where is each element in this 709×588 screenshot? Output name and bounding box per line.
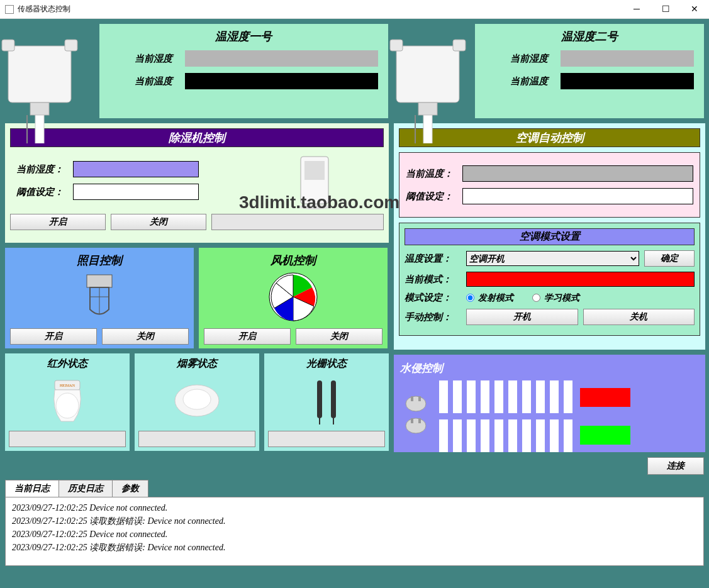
ac-tempset-label: 温度设置：	[405, 253, 461, 265]
dehum-close-button[interactable]: 关闭	[111, 214, 206, 230]
svg-rect-0	[8, 46, 71, 103]
grating-title: 光栅状态	[268, 357, 385, 370]
ac-off-button[interactable]: 关机	[583, 309, 695, 325]
svg-rect-33	[418, 418, 421, 423]
smoke-panel: 烟雾状态	[135, 353, 259, 451]
svg-rect-30	[418, 396, 421, 401]
th2-humidity-label: 当前湿度	[485, 53, 548, 65]
smoke-status-bar	[138, 431, 255, 447]
ac-panel: 空调自动控制 当前温度： 阈值设定： 空调模式设置 温度设置：	[394, 123, 705, 350]
water-bars-row1	[439, 380, 572, 413]
water-panel: 水侵控制	[394, 355, 705, 452]
fan-title: 风机控制	[204, 253, 382, 268]
svg-rect-9	[418, 103, 437, 115]
light-open-button[interactable]: 开启	[10, 328, 97, 345]
ir-sensor-icon: HEIMAN	[45, 377, 89, 424]
light-close-button[interactable]: 关闭	[102, 328, 189, 345]
ac-temp-value	[462, 165, 693, 182]
maximize-button[interactable]: ☐	[651, 0, 680, 19]
ac-modeset-label: 模式设定：	[405, 292, 461, 304]
smoke-sensor-icon	[172, 382, 222, 419]
log-line: 2023/09/27-12:02:25 Device not connected…	[12, 528, 697, 541]
ac-curmode-label: 当前模式：	[405, 274, 461, 286]
svg-rect-8	[453, 40, 466, 51]
svg-rect-25	[331, 380, 336, 418]
th1-humidity-value	[185, 50, 378, 67]
tab-params[interactable]: 参数	[112, 480, 148, 497]
th2-temp-label: 当前温度	[485, 75, 548, 87]
th1-temp-label: 当前温度	[109, 75, 172, 87]
dehum-threshold-input[interactable]	[73, 184, 199, 200]
svg-point-21	[56, 393, 79, 418]
dehum-open-button[interactable]: 开启	[10, 214, 106, 230]
ac-confirm-button[interactable]: 确定	[644, 250, 695, 267]
svg-point-23	[183, 389, 211, 409]
th2-temp-value	[561, 73, 694, 89]
water-title: 水侵控制	[400, 361, 699, 375]
svg-text:HEIMAN: HEIMAN	[60, 384, 75, 387]
window-title: 传感器状态控制	[18, 4, 70, 14]
svg-rect-2	[65, 40, 77, 51]
svg-rect-13	[304, 161, 325, 180]
dehum-threshold-label: 阈值设定：	[16, 186, 73, 198]
sensor2-icon	[387, 30, 469, 143]
water-indicator-red	[580, 388, 630, 407]
ir-title: 红外状态	[9, 357, 126, 370]
ac-radio-learn[interactable]: 学习模式	[532, 292, 579, 304]
water-bars-row2	[439, 419, 572, 452]
minimize-button[interactable]: ─	[622, 0, 651, 19]
light-panel: 照目控制 开启 关闭	[5, 248, 194, 348]
grating-sensor-icon	[311, 375, 342, 426]
th2-title: 温湿度二号	[485, 29, 694, 44]
svg-point-28	[406, 396, 426, 411]
svg-point-31	[406, 418, 426, 433]
log-line: 2023/09/27-12:02:25 读取数据错误: Device not c…	[12, 514, 697, 528]
ac-tempset-select[interactable]: 空调开机	[466, 251, 639, 266]
connect-button[interactable]: 连接	[647, 457, 704, 475]
svg-rect-4	[35, 115, 44, 143]
dehumidifier-icon	[296, 153, 333, 210]
th2-humidity-value	[561, 50, 694, 67]
dehum-humidity-label: 当前湿度：	[16, 164, 73, 175]
light-icon	[77, 272, 121, 322]
ir-status-bar	[9, 431, 126, 447]
ac-radio-emit[interactable]: 发射模式	[466, 292, 513, 304]
smoke-title: 烟雾状态	[138, 357, 255, 370]
fan-close-button[interactable]: 关闭	[296, 328, 382, 345]
dehum-humidity-value	[73, 161, 199, 177]
svg-rect-1	[2, 40, 14, 51]
th1-temp-value	[185, 73, 378, 89]
svg-rect-32	[411, 418, 413, 423]
tab-current-log[interactable]: 当前日志	[5, 480, 59, 497]
titlebar: 传感器状态控制 ─ ☐ ✕	[0, 0, 709, 19]
fan-open-button[interactable]: 开启	[204, 328, 291, 345]
svg-rect-7	[390, 40, 403, 51]
dehum-status-bar	[211, 214, 384, 230]
light-title: 照目控制	[10, 253, 189, 268]
tab-history-log[interactable]: 历史日志	[59, 480, 113, 497]
close-button[interactable]: ✕	[680, 0, 709, 19]
log-line: 2023/09/27-12:02:25 读取数据错误: Device not c…	[12, 541, 697, 554]
svg-rect-10	[423, 115, 432, 143]
ac-temp-label: 当前温度：	[406, 168, 462, 180]
grating-status-bar	[268, 431, 385, 447]
svg-rect-15	[87, 275, 112, 287]
th1-title: 温湿度一号	[109, 29, 378, 44]
svg-rect-24	[317, 380, 322, 418]
th1-humidity-label: 当前湿度	[109, 53, 172, 65]
ac-on-button[interactable]: 开机	[466, 309, 578, 325]
log-line: 2023/09/27-12:02:25 Device not connected…	[12, 501, 697, 514]
sensor1-icon	[0, 30, 81, 143]
ac-mode-title: 空调模式设置	[405, 228, 695, 245]
ir-panel: 红外状态 HEIMAN	[5, 353, 130, 451]
fan-panel: 风机控制 开启 关闭	[199, 248, 388, 348]
fan-icon	[265, 272, 321, 322]
ac-threshold-input[interactable]	[462, 188, 693, 204]
water-indicator-green	[580, 426, 630, 445]
app-icon	[5, 5, 14, 14]
svg-rect-3	[30, 103, 49, 115]
grating-panel: 光栅状态	[264, 353, 389, 451]
log-textarea[interactable]: 2023/09/27-12:02:25 Device not connected…	[5, 497, 704, 566]
ac-manual-label: 手动控制：	[405, 311, 461, 323]
ac-threshold-label: 阈值设定：	[406, 191, 462, 202]
